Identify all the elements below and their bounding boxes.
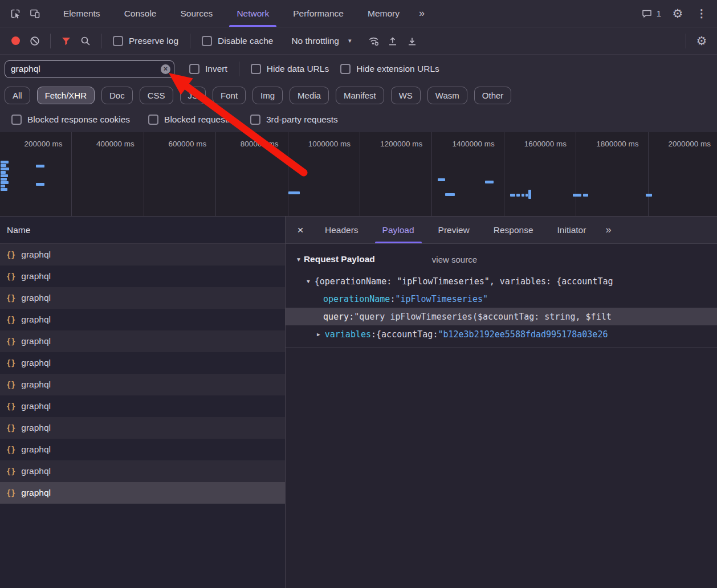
network-filter-input[interactable] [5,60,174,78]
tab-headers[interactable]: Headers [313,217,370,243]
clear-filter-icon[interactable]: × [161,64,170,74]
request-row[interactable]: {} graphql [0,309,285,330]
details-tab-bar: × HeadersPayloadPreviewResponseInitiator… [286,217,717,244]
request-name: graphql [21,358,51,368]
tab-network[interactable]: Network [225,0,281,27]
chip-label: All [13,91,22,100]
tab-payload[interactable]: Payload [370,217,426,243]
fetch-xhr-icon: {} [6,402,15,411]
import-har-button[interactable] [383,31,402,51]
payload-panel: ▼ Request Payload view source ▼ {operati… [286,244,717,588]
chip-img[interactable]: Img [252,87,283,104]
blocked-requests-checkbox[interactable]: Blocked requests [148,115,232,125]
fetch-xhr-icon: {} [6,445,15,454]
clear-network-log-button[interactable] [25,31,44,51]
hide-extension-urls-checkbox[interactable]: Hide extension URLs [340,64,439,74]
details-tab-label: Response [494,225,533,235]
name-column-header[interactable]: Name [0,217,285,244]
request-row[interactable]: {} graphql [0,417,285,439]
request-row[interactable]: {} graphql [0,395,285,417]
request-row[interactable]: {} graphql [0,266,285,287]
chip-fetch-xhr[interactable]: Fetch/XHR [37,87,95,104]
device-toolbar-icon[interactable] [25,4,44,23]
triangle-down-icon: ▼ [296,256,302,263]
tab-initiator[interactable]: Initiator [545,217,598,243]
network-overview-timeline[interactable]: 200000 ms400000 ms600000 ms800000 ms1000… [0,132,717,217]
timeline-tick: 1000000 ms [288,132,360,216]
more-details-tabs-button[interactable]: » [598,217,618,243]
disable-cache-label: Disable cache [218,36,273,46]
payload-root-node[interactable]: ▼ {operationName: "ipFlowTimeseries", va… [286,272,717,290]
chip-doc[interactable]: Doc [101,87,133,104]
record-network-log-button[interactable] [6,31,25,51]
view-source-link[interactable]: view source [432,255,477,264]
export-har-button[interactable] [402,31,422,51]
request-details-panel: × HeadersPayloadPreviewResponseInitiator… [286,217,717,588]
settings-button[interactable]: ⚙ [668,4,687,23]
chip-js[interactable]: JS [180,87,206,104]
console-messages-button[interactable]: 1 [639,8,663,19]
kebab-menu-icon: ⋮ [696,8,707,19]
timeline-request-bar [1,181,9,184]
checkbox-box [250,115,260,125]
request-name: graphql [21,401,51,411]
timeline-request-bar [525,194,528,197]
chip-other[interactable]: Other [474,87,512,104]
timeline-tick: 2000000 ms [649,132,717,216]
network-filter: × [5,60,174,78]
chip-manifest[interactable]: Manifest [336,87,384,104]
request-row[interactable]: {} graphql [0,287,285,309]
request-row[interactable]: {} graphql [0,439,285,460]
filter-toggle-button[interactable] [56,31,76,51]
payload-operation-name-row[interactable]: operationName: "ipFlowTimeseries" [286,290,717,308]
blocked-response-cookies-checkbox[interactable]: Blocked response cookies [11,115,130,125]
search-button[interactable] [76,31,95,51]
search-icon [80,35,91,47]
request-row[interactable]: {} graphql [0,330,285,352]
timeline-tick: 1600000 ms [504,132,576,216]
colon: : [349,312,354,322]
network-settings-button[interactable]: ⚙ [692,31,711,51]
third-party-requests-checkbox[interactable]: 3rd-party requests [250,115,338,125]
chip-ws[interactable]: WS [391,87,421,104]
customize-devtools-button[interactable]: ⋮ [692,4,711,23]
request-row[interactable]: {} graphql [0,482,285,504]
payload-variables-row[interactable]: ▶ variables: {accountTag: "b12e3b2192ee5… [286,325,717,343]
tab-elements[interactable]: Elements [51,0,112,27]
request-payload-section[interactable]: ▼ Request Payload view source [296,252,717,267]
timeline-request-bar [36,183,44,186]
chip-css[interactable]: CSS [140,87,173,104]
tab-console[interactable]: Console [112,0,169,27]
inspect-element-icon[interactable] [6,4,25,23]
more-tabs-button[interactable]: » [412,0,432,27]
network-conditions-button[interactable] [364,31,383,51]
close-details-button[interactable]: × [288,217,313,243]
invert-checkbox[interactable]: Invert [189,64,227,74]
chip-label: WS [399,91,413,100]
chip-font[interactable]: Font [213,87,246,104]
json-key: variables [325,329,371,340]
payload-query-row[interactable]: query: "query ipFlowTimeseries($accountT… [286,308,717,325]
timeline-request-bar [288,191,300,194]
request-row[interactable]: {} graphql [0,352,285,374]
details-tab-label: Preview [438,225,470,235]
request-name: graphql [21,250,51,260]
chip-all[interactable]: All [5,87,30,104]
request-row[interactable]: {} graphql [0,460,285,482]
tab-performance[interactable]: Performance [281,0,356,27]
tab-response[interactable]: Response [482,217,545,243]
chip-wasm[interactable]: Wasm [427,87,467,104]
checkbox-box [189,64,199,74]
request-row[interactable]: {} graphql [0,244,285,266]
throttling-dropdown[interactable]: No throttling ▾ [287,34,356,48]
console-messages-count: 1 [657,9,661,18]
request-row[interactable]: {} graphql [0,374,285,395]
tab-preview[interactable]: Preview [426,217,482,243]
hide-data-urls-checkbox[interactable]: Hide data URLs [251,64,329,74]
disable-cache-checkbox[interactable]: Disable cache [202,36,273,46]
tab-memory[interactable]: Memory [356,0,412,27]
chip-media[interactable]: Media [290,87,329,104]
preserve-log-checkbox[interactable]: Preserve log [113,36,178,46]
timeline-request-bar [1,164,6,167]
tab-sources[interactable]: Sources [169,0,225,27]
